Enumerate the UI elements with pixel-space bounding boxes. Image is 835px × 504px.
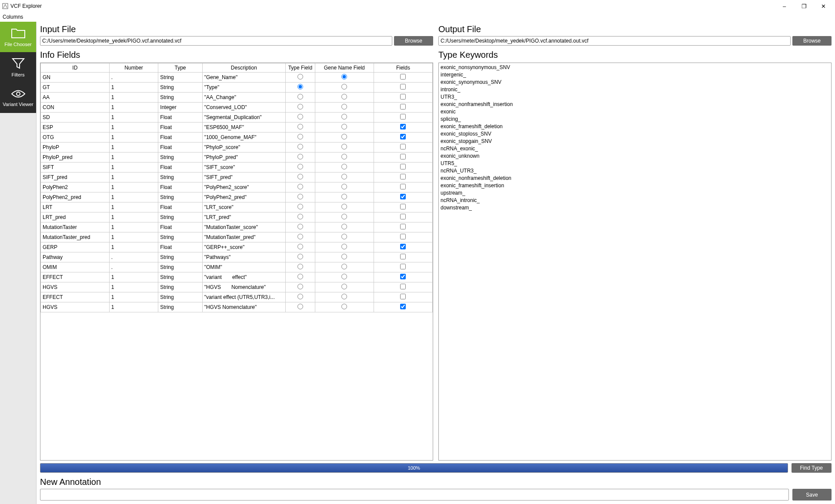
gene-name-radio[interactable] (341, 74, 347, 80)
find-type-button[interactable]: Find Type (792, 463, 832, 473)
keyword-item[interactable]: splicing_ (441, 116, 829, 123)
gene-name-radio[interactable] (341, 294, 347, 299)
keyword-item[interactable]: exonic_frameshift_deletion (441, 123, 829, 130)
type-field-radio[interactable] (297, 174, 303, 179)
fields-checkbox[interactable] (400, 264, 406, 269)
type-field-radio[interactable] (297, 284, 303, 289)
keyword-item[interactable]: exonic_stoploss_SNV (441, 130, 829, 138)
fields-checkbox[interactable] (400, 244, 406, 249)
table-row[interactable]: HGVS1String"HGVS Nomenclature" (41, 302, 433, 312)
gene-name-radio[interactable] (341, 144, 347, 149)
gene-name-radio[interactable] (341, 104, 347, 109)
fields-checkbox[interactable] (400, 154, 406, 159)
type-field-radio[interactable] (297, 274, 303, 279)
gene-name-radio[interactable] (341, 184, 347, 189)
gene-name-radio[interactable] (341, 214, 347, 219)
gene-name-radio[interactable] (341, 164, 347, 169)
gene-name-radio[interactable] (341, 94, 347, 99)
fields-checkbox[interactable] (400, 114, 406, 119)
maximize-button[interactable]: ❐ (794, 0, 814, 12)
table-row[interactable]: PhyloP_pred1String"PhyloP_pred" (41, 153, 433, 162)
type-field-radio[interactable] (297, 254, 303, 259)
table-row[interactable]: LRT_pred1String"LRT_pred" (41, 212, 433, 222)
keyword-item[interactable]: intronic_ (441, 86, 829, 93)
save-button[interactable]: Save (792, 489, 832, 501)
gene-name-radio[interactable] (341, 124, 347, 129)
sidebar-item-filters[interactable]: Filters (0, 52, 36, 83)
table-row[interactable]: CON1Integer"Conserved_LOD" (41, 103, 433, 113)
col-fields[interactable]: Fields (374, 63, 432, 73)
type-field-radio[interactable] (297, 194, 303, 199)
minimize-button[interactable]: – (775, 0, 794, 12)
keyword-item[interactable]: exonic (441, 108, 829, 116)
gene-name-radio[interactable] (341, 134, 347, 139)
type-field-radio[interactable] (297, 244, 303, 249)
fields-checkbox[interactable] (400, 194, 406, 199)
table-row[interactable]: PolyPhen2_pred1String"PolyPhen2_pred" (41, 192, 433, 202)
keyword-item[interactable]: exonic_nonframeshift_insertion (441, 101, 829, 108)
keyword-item[interactable]: exonic_nonframeshift_deletion (441, 175, 829, 182)
gene-name-radio[interactable] (341, 264, 347, 269)
gene-name-radio[interactable] (341, 244, 347, 249)
type-field-radio[interactable] (297, 144, 303, 149)
table-row[interactable]: SIFT_pred1String"SIFT_pred" (41, 172, 433, 182)
gene-name-radio[interactable] (341, 304, 347, 309)
table-row[interactable]: OTG1Float"1000_Genome_MAF" (41, 133, 433, 143)
fields-checkbox[interactable] (400, 254, 406, 259)
keyword-item[interactable]: UTR5_ (441, 160, 829, 167)
fields-checkbox[interactable] (400, 214, 406, 219)
type-field-radio[interactable] (297, 134, 303, 139)
keyword-item[interactable]: exonic_stopgain_SNV (441, 138, 829, 145)
gene-name-radio[interactable] (341, 154, 347, 159)
table-row[interactable]: MutationTaster1Float"MutationTaster_scor… (41, 222, 433, 232)
type-field-radio[interactable] (297, 124, 303, 129)
gene-name-radio[interactable] (341, 234, 347, 239)
fields-checkbox[interactable] (400, 284, 406, 289)
output-file-path[interactable] (438, 36, 791, 46)
keyword-item[interactable]: ncRNA_intronic_ (441, 197, 829, 204)
type-field-radio[interactable] (297, 104, 303, 109)
table-row[interactable]: EFFECT1String"variant effect (UTR5,UTR3,… (41, 292, 433, 302)
table-row[interactable]: GERP1Float"GERP++_score" (41, 242, 433, 252)
col-id[interactable]: ID (41, 63, 110, 73)
fields-checkbox[interactable] (400, 124, 406, 129)
keyword-item[interactable]: UTR3_ (441, 93, 829, 101)
table-row[interactable]: ESP1Float"ESP6500_MAF" (41, 123, 433, 133)
table-row[interactable]: LRT1Float"LRT_score" (41, 202, 433, 212)
gene-name-radio[interactable] (341, 174, 347, 179)
fields-checkbox[interactable] (400, 104, 406, 109)
close-button[interactable]: ✕ (814, 0, 833, 12)
gene-name-radio[interactable] (341, 224, 347, 229)
type-field-radio[interactable] (297, 294, 303, 299)
menu-columns[interactable]: Columns (3, 14, 23, 20)
fields-checkbox[interactable] (400, 234, 406, 239)
type-field-radio[interactable] (297, 164, 303, 169)
fields-checkbox[interactable] (400, 274, 406, 279)
fields-checkbox[interactable] (400, 144, 406, 149)
type-field-radio[interactable] (297, 84, 303, 90)
input-browse-button[interactable]: Browse (394, 36, 433, 46)
col-type-field[interactable]: Type Field (286, 63, 315, 73)
keyword-item[interactable]: exonic_synonymous_SNV (441, 79, 829, 86)
table-row[interactable]: MutationTaster_pred1String"MutationTaste… (41, 232, 433, 242)
table-row[interactable]: PolyPhen21Float"PolyPhen2_score" (41, 182, 433, 192)
type-field-radio[interactable] (297, 304, 303, 309)
fields-checkbox[interactable] (400, 224, 406, 229)
new-annotation-input[interactable] (40, 489, 789, 501)
gene-name-radio[interactable] (341, 204, 347, 209)
fields-checkbox[interactable] (400, 134, 406, 139)
keyword-item[interactable]: exonic_nonsynonymous_SNV (441, 64, 829, 71)
table-row[interactable]: Pathway.String"Pathways" (41, 252, 433, 262)
fields-checkbox[interactable] (400, 84, 406, 90)
col-description[interactable]: Description (202, 63, 285, 73)
table-row[interactable]: SD1Float"Segmental_Duplication" (41, 113, 433, 123)
type-field-radio[interactable] (297, 154, 303, 159)
type-field-radio[interactable] (297, 224, 303, 229)
type-field-radio[interactable] (297, 204, 303, 209)
type-keywords-list[interactable]: exonic_nonsynonymous_SNVintergenic_exoni… (438, 63, 832, 461)
sidebar-item-file-chooser[interactable]: File Chooser (0, 22, 36, 52)
type-field-radio[interactable] (297, 214, 303, 219)
output-browse-button[interactable]: Browse (792, 36, 832, 46)
col-type[interactable]: Type (158, 63, 202, 73)
table-row[interactable]: GT1String"Type" (41, 83, 433, 93)
